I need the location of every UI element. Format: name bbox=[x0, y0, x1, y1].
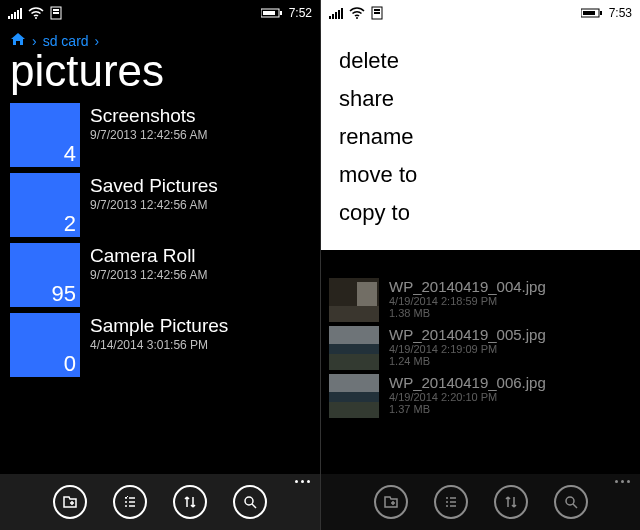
svg-rect-17 bbox=[341, 8, 343, 19]
svg-rect-29 bbox=[329, 344, 379, 354]
context-menu: delete share rename move to copy to bbox=[321, 26, 640, 250]
file-name: WP_20140419_006.jpg bbox=[389, 374, 546, 391]
svg-rect-21 bbox=[374, 12, 380, 14]
folder-row[interactable]: 0 Sample Pictures 4/14/2014 3:01:56 PM bbox=[10, 313, 320, 377]
folder-count: 0 bbox=[64, 351, 76, 377]
status-time: 7:53 bbox=[609, 6, 632, 20]
folder-name: Saved Pictures bbox=[90, 175, 218, 197]
select-button[interactable] bbox=[113, 485, 147, 519]
svg-point-12 bbox=[245, 497, 253, 505]
file-name: WP_20140419_004.jpg bbox=[389, 278, 546, 295]
file-size: 1.38 MB bbox=[389, 307, 546, 319]
svg-point-18 bbox=[356, 17, 358, 19]
folder-tile[interactable]: 4 bbox=[10, 103, 80, 167]
file-thumbnail bbox=[329, 326, 379, 370]
new-folder-button[interactable] bbox=[53, 485, 87, 519]
battery-icon bbox=[581, 8, 603, 18]
status-time: 7:52 bbox=[289, 6, 312, 20]
data-icon bbox=[371, 6, 383, 20]
file-size: 1.37 MB bbox=[389, 403, 546, 415]
svg-rect-14 bbox=[332, 14, 334, 19]
sort-button[interactable] bbox=[173, 485, 207, 519]
more-button[interactable] bbox=[615, 480, 630, 483]
svg-rect-4 bbox=[20, 8, 22, 19]
folder-name: Camera Roll bbox=[90, 245, 207, 267]
svg-rect-15 bbox=[335, 12, 337, 19]
search-button[interactable] bbox=[233, 485, 267, 519]
menu-item-share[interactable]: share bbox=[339, 80, 622, 118]
folder-row[interactable]: 4 Screenshots 9/7/2013 12:42:56 AM bbox=[10, 103, 320, 167]
svg-rect-27 bbox=[329, 306, 379, 322]
screen-file-context: 7:53 delete share rename move to copy to… bbox=[320, 0, 640, 530]
svg-rect-8 bbox=[53, 12, 59, 14]
signal-icon bbox=[8, 7, 22, 19]
file-date: 4/19/2014 2:19:09 PM bbox=[389, 343, 546, 355]
svg-rect-7 bbox=[53, 9, 59, 11]
folder-count: 95 bbox=[52, 281, 76, 307]
new-folder-button[interactable] bbox=[374, 485, 408, 519]
menu-item-copy-to[interactable]: copy to bbox=[339, 194, 622, 232]
svg-rect-24 bbox=[600, 11, 602, 15]
file-row[interactable]: WP_20140419_006.jpg 4/19/2014 2:20:10 PM… bbox=[329, 374, 632, 418]
file-date: 4/19/2014 2:18:59 PM bbox=[389, 295, 546, 307]
svg-point-34 bbox=[566, 497, 574, 505]
file-name: WP_20140419_005.jpg bbox=[389, 326, 546, 343]
menu-item-delete[interactable]: delete bbox=[339, 42, 622, 80]
sort-button[interactable] bbox=[494, 485, 528, 519]
svg-rect-3 bbox=[17, 10, 19, 19]
screen-folders: 7:52 › sd card › pictures 4 Screenshots … bbox=[0, 0, 320, 530]
app-bar bbox=[0, 474, 320, 530]
page-title: pictures bbox=[0, 49, 320, 103]
file-date: 4/19/2014 2:20:10 PM bbox=[389, 391, 546, 403]
folder-count: 2 bbox=[64, 211, 76, 237]
svg-rect-33 bbox=[329, 402, 379, 418]
file-size: 1.24 MB bbox=[389, 355, 546, 367]
svg-rect-16 bbox=[338, 10, 340, 19]
folder-date: 9/7/2013 12:42:56 AM bbox=[90, 198, 218, 212]
svg-rect-10 bbox=[263, 11, 275, 15]
folder-tile[interactable]: 2 bbox=[10, 173, 80, 237]
svg-rect-30 bbox=[329, 354, 379, 370]
folder-count: 4 bbox=[64, 141, 76, 167]
wifi-icon bbox=[28, 7, 44, 19]
svg-rect-13 bbox=[329, 16, 331, 19]
file-thumbnail bbox=[329, 374, 379, 418]
status-bar: 7:53 bbox=[321, 0, 640, 26]
signal-icon bbox=[329, 7, 343, 19]
svg-rect-1 bbox=[11, 14, 13, 19]
svg-rect-0 bbox=[8, 16, 10, 19]
search-button[interactable] bbox=[554, 485, 588, 519]
svg-point-5 bbox=[35, 17, 37, 19]
svg-rect-26 bbox=[357, 282, 377, 306]
folder-date: 9/7/2013 12:42:56 AM bbox=[90, 268, 207, 282]
select-button[interactable] bbox=[434, 485, 468, 519]
wifi-icon bbox=[349, 7, 365, 19]
folder-name: Screenshots bbox=[90, 105, 207, 127]
folder-name: Sample Pictures bbox=[90, 315, 228, 337]
menu-item-move-to[interactable]: move to bbox=[339, 156, 622, 194]
file-row[interactable]: WP_20140419_004.jpg 4/19/2014 2:18:59 PM… bbox=[329, 278, 632, 322]
folder-row[interactable]: 95 Camera Roll 9/7/2013 12:42:56 AM bbox=[10, 243, 320, 307]
svg-rect-32 bbox=[329, 392, 379, 402]
folder-date: 4/14/2014 3:01:56 PM bbox=[90, 338, 228, 352]
folder-list: 4 Screenshots 9/7/2013 12:42:56 AM 2 Sav… bbox=[0, 103, 320, 474]
svg-rect-20 bbox=[374, 9, 380, 11]
file-row[interactable]: WP_20140419_005.jpg 4/19/2014 2:19:09 PM… bbox=[329, 326, 632, 370]
folder-row[interactable]: 2 Saved Pictures 9/7/2013 12:42:56 AM bbox=[10, 173, 320, 237]
folder-tile[interactable]: 0 bbox=[10, 313, 80, 377]
folder-tile[interactable]: 95 bbox=[10, 243, 80, 307]
file-list: WP_20140419_004.jpg 4/19/2014 2:18:59 PM… bbox=[321, 278, 640, 474]
status-bar: 7:52 bbox=[0, 0, 320, 26]
folder-date: 9/7/2013 12:42:56 AM bbox=[90, 128, 207, 142]
menu-item-rename[interactable]: rename bbox=[339, 118, 622, 156]
svg-rect-23 bbox=[583, 11, 595, 15]
file-thumbnail bbox=[329, 278, 379, 322]
svg-rect-2 bbox=[14, 12, 16, 19]
battery-icon bbox=[261, 8, 283, 18]
app-bar bbox=[321, 474, 640, 530]
more-button[interactable] bbox=[295, 480, 310, 483]
data-icon bbox=[50, 6, 62, 20]
svg-rect-11 bbox=[280, 11, 282, 15]
